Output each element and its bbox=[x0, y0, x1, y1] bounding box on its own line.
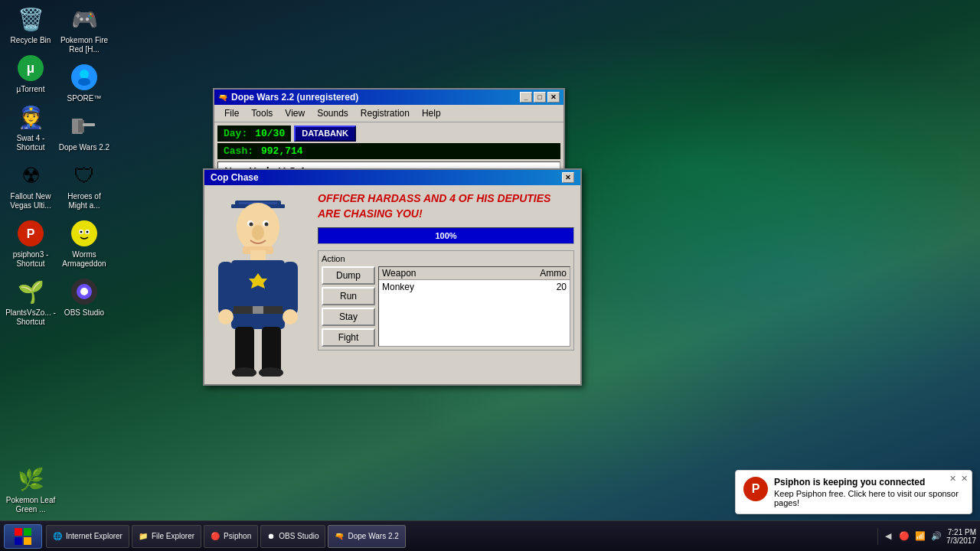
desktop-icon-worms[interactable]: Worms Armageddon bbox=[57, 218, 111, 269]
obs-label: OBS Studio bbox=[64, 308, 104, 318]
minimize-button[interactable]: _ bbox=[520, 92, 532, 103]
start-button[interactable] bbox=[4, 524, 42, 549]
svg-point-6 bbox=[78, 78, 90, 86]
notification-close-x2[interactable]: ✕ bbox=[961, 474, 968, 484]
fallout-label: Fallout New Vegas Ulti... bbox=[4, 192, 57, 210]
weapon-col-header: Weapon bbox=[382, 268, 528, 279]
desktop-icon-utorrent[interactable]: µ µTorrent bbox=[4, 53, 57, 94]
notification-close-x1[interactable]: ✕ bbox=[949, 474, 956, 484]
weapon-name-monkey: Monkey bbox=[382, 282, 528, 292]
svg-text:P: P bbox=[27, 227, 35, 240]
cop-chase-content: OFFICER HARDASS AND 4 OF HIS DEPUTIES AR… bbox=[204, 185, 580, 384]
system-tray: ◀ 🔴 📶 🔊 7:21 PM 7/3/2017 bbox=[877, 528, 976, 545]
action-weapons-row: Dump Run Stay Fight Weapon Ammo bbox=[322, 266, 570, 347]
svg-rect-32 bbox=[253, 306, 263, 314]
cash-value: 992,714 bbox=[261, 145, 303, 157]
svg-rect-38 bbox=[262, 327, 281, 373]
stay-button[interactable]: Stay bbox=[322, 308, 375, 326]
desktop-icon-psiphon3[interactable]: P psiphon3 - Shortcut bbox=[4, 218, 57, 269]
maximize-button[interactable]: □ bbox=[534, 92, 546, 103]
worms-icon bbox=[69, 218, 100, 249]
desktop-icon-plants[interactable]: 🌱 PlantsVsZo... - Shortcut bbox=[4, 276, 57, 327]
clock-date: 7/3/2017 bbox=[946, 536, 976, 545]
plants-icon: 🌱 bbox=[15, 276, 46, 307]
menu-view[interactable]: View bbox=[279, 106, 311, 120]
day-value: 10/30 bbox=[255, 128, 285, 139]
cop-chase-close[interactable]: ✕ bbox=[562, 172, 574, 183]
worms-label: Worms Armageddon bbox=[57, 250, 111, 269]
tray-time: 7:21 PM 7/3/2017 bbox=[946, 528, 976, 545]
cop-chase-title: Cop Chase bbox=[211, 172, 259, 183]
action-buttons: Dump Run Stay Fight bbox=[322, 266, 375, 347]
taskbar-item-psiphon[interactable]: 🔴 Psiphon bbox=[204, 525, 258, 548]
lcd-cash: Cash: 992,714 bbox=[217, 143, 560, 159]
svg-rect-43 bbox=[15, 537, 22, 545]
pokemon-leaf-icon: 🌿 bbox=[15, 464, 46, 494]
notification-body: Keep Psiphon free. Click here to visit o… bbox=[774, 489, 964, 507]
progress-label: 100% bbox=[435, 231, 456, 240]
desktop-icon-spore[interactable]: SPORE™ bbox=[57, 62, 111, 103]
close-button[interactable]: ✕ bbox=[547, 92, 560, 103]
recycle-bin-label: Recycle Bin bbox=[11, 36, 51, 45]
menu-tools[interactable]: Tools bbox=[245, 106, 279, 120]
svg-point-14 bbox=[87, 231, 89, 233]
fight-button[interactable]: Fight bbox=[322, 328, 375, 347]
svg-point-25 bbox=[265, 223, 269, 227]
dope-wars-title-left: 🔫 Dope Wars 2.2 (unregistered) bbox=[218, 92, 358, 103]
utorrent-label: µTorrent bbox=[17, 85, 45, 94]
desktop-icon-fallout[interactable]: ☢ Fallout New Vegas Ulti... bbox=[4, 160, 57, 210]
taskbar-items: 🌐 Internet Explorer 📁 File Explorer 🔴 Ps… bbox=[46, 525, 877, 548]
desktop-icon-obs[interactable]: OBS Studio bbox=[57, 276, 111, 318]
psiphon-icon: 🔴 bbox=[211, 532, 220, 540]
desktop-icon-swat4[interactable]: 👮 Swat 4 - Shortcut bbox=[4, 102, 57, 152]
run-button[interactable]: Run bbox=[322, 287, 375, 305]
svg-point-13 bbox=[80, 231, 83, 233]
desktop-icon-heroes[interactable]: 🛡 Heroes of Might a... bbox=[57, 160, 111, 210]
tray-network-icon[interactable]: 📶 bbox=[914, 530, 926, 543]
databank-area: Day: 10/30 DATABANK bbox=[217, 126, 560, 142]
progress-bar-container: 100% bbox=[318, 227, 574, 244]
svg-rect-28 bbox=[250, 250, 266, 262]
taskbar-item-ie[interactable]: 🌐 Internet Explorer bbox=[46, 525, 129, 548]
pokemon-fire-red-label: Pokemon Fire Red [H... bbox=[57, 36, 111, 54]
menu-registration[interactable]: Registration bbox=[354, 106, 416, 120]
menu-file[interactable]: File bbox=[218, 106, 245, 120]
menu-help[interactable]: Help bbox=[416, 106, 447, 120]
desktop-icon-pokemon-leaf[interactable]: 🌿 Pokemon Leaf Green ... bbox=[4, 464, 57, 514]
taskbar-item-dope-wars[interactable]: 🔫 Dope Wars 2.2 bbox=[328, 525, 405, 548]
svg-point-10 bbox=[71, 220, 97, 246]
cop-image-area bbox=[204, 185, 312, 384]
psiphon3-label: psiphon3 - Shortcut bbox=[4, 250, 57, 269]
cash-label: Cash: bbox=[224, 145, 253, 157]
tray-psiphon-icon[interactable]: 🔴 bbox=[898, 530, 910, 543]
svg-point-5 bbox=[80, 70, 89, 79]
menu-sounds[interactable]: Sounds bbox=[311, 106, 354, 120]
desktop-icon-recycle-bin[interactable]: 🗑️ Recycle Bin bbox=[4, 4, 57, 45]
desktop-icon-dope-wars[interactable]: Dope Wars 2.2 bbox=[57, 111, 111, 152]
taskbar-item-explorer[interactable]: 📁 File Explorer bbox=[132, 525, 201, 548]
action-section: Action Dump Run Stay Fight Weapon bbox=[318, 250, 574, 350]
desktop: 🗑️ Recycle Bin µ µTorrent 👮 Swat 4 - Sho… bbox=[0, 0, 980, 551]
plants-label: PlantsVsZo... - Shortcut bbox=[4, 308, 57, 327]
notification-text: Psiphon is keeping you connected Keep Ps… bbox=[774, 477, 964, 507]
dope-wars-menu: File Tools View Sounds Registration Help bbox=[214, 105, 564, 122]
clock-time: 7:21 PM bbox=[946, 528, 976, 536]
databank-button[interactable]: DATABANK bbox=[294, 126, 356, 142]
cop-figure-svg bbox=[212, 193, 304, 377]
ie-icon: 🌐 bbox=[53, 532, 62, 540]
weapons-table: Weapon Ammo Monkey 20 bbox=[378, 266, 570, 347]
tray-volume-icon[interactable]: 🔊 bbox=[930, 530, 942, 543]
svg-rect-34 bbox=[283, 262, 298, 315]
ammo-col-header: Ammo bbox=[528, 268, 567, 279]
dope-wars-titlebar: 🔫 Dope Wars 2.2 (unregistered) _ □ ✕ bbox=[214, 90, 564, 105]
taskbar-item-obs[interactable]: ⏺ OBS Studio bbox=[260, 525, 325, 548]
tray-arrow-icon[interactable]: ◀ bbox=[882, 530, 894, 543]
action-label: Action bbox=[322, 254, 570, 263]
svg-text:µ: µ bbox=[27, 60, 34, 76]
svg-point-17 bbox=[80, 288, 88, 295]
spore-label: SPORE™ bbox=[67, 94, 101, 103]
dump-button[interactable]: Dump bbox=[322, 266, 375, 285]
cop-chase-message: OFFICER HARDASS AND 4 OF HIS DEPUTIES AR… bbox=[318, 191, 574, 221]
desktop-icon-pokemon-fire-red[interactable]: 🎮 Pokemon Fire Red [H... bbox=[57, 4, 111, 54]
swat4-label: Swat 4 - Shortcut bbox=[4, 134, 57, 152]
